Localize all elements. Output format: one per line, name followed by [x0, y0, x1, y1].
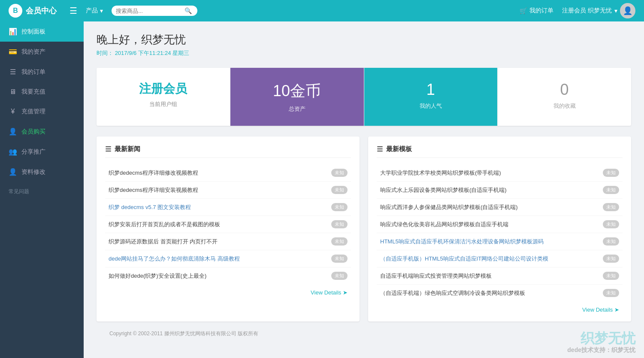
- products-arrow: ▾: [100, 7, 103, 14]
- news-badge: 未知: [331, 169, 348, 177]
- topnav-right: 🛒 我的订单 注册会员 织梦无忧 ▾ 👤: [520, 3, 635, 18]
- list-item: 织梦源码还原数据后 首页能打开 内页打不开 未知: [105, 233, 351, 250]
- template-badge: 未知: [603, 237, 619, 246]
- view-details-arrow: ➤: [614, 306, 619, 313]
- list-item: 响应式西洋参人参保健品类网站织梦模板(自适应手机端) 未知: [377, 199, 623, 216]
- template-item-text: 响应式西洋参人参保健品类网站织梦模板(自适应手机端): [380, 203, 599, 211]
- sidebar-item-member-buy[interactable]: 👤 会员购买: [0, 121, 84, 142]
- view-details-arrow: ➤: [343, 289, 348, 296]
- template-item-text: HTML5响应式自适应手机环保清洁污水处理设备网站织梦模板源码: [380, 238, 599, 246]
- sidebar-item-share[interactable]: 👥 分享推广: [0, 142, 84, 162]
- list-item: 织梦 dedecms v5.7 图文安装教程 未知: [105, 199, 351, 216]
- news-item-text: dede网站挂马了怎么办？如何彻底清除木马 高级教程: [109, 255, 327, 263]
- sidebar-item-label: 会员购买: [21, 128, 45, 136]
- list-item: 响应式水上乐园设备类网站织梦模板(自适应手机端) 未知: [377, 182, 623, 199]
- time-label: 时间：: [97, 50, 113, 56]
- stats-row: 注册会员 当前用户组 10金币 总资产 1 我的人气 0 我的收藏: [97, 68, 631, 126]
- list-item: 织梦安装后打开首页乱的或者不是截图的模板 未知: [105, 216, 351, 233]
- layout: 📊 控制面板 💳 我的资产 ☰ 我的订单 🖥 我要充值 ¥ 充值管理 👤 会员购…: [0, 21, 644, 358]
- cart-icon: 🛒: [520, 7, 527, 14]
- template-item-text: 响应式水上乐园设备类网站织梦模板(自适应手机端): [380, 186, 599, 194]
- sidebar-item-profile[interactable]: 👤 资料修改: [0, 162, 84, 182]
- greeting-time: 时间： 2017/9/6 下午11:21:24 星期三: [97, 49, 631, 57]
- user-dropdown[interactable]: 注册会员 织梦无忧 ▾ 👤: [562, 3, 635, 18]
- panels-row: ☰ 最新新闻 织梦dedecms程序详细修改视频教程 未知 织梦dedecms程…: [97, 137, 631, 322]
- sidebar-item-label: 充值管理: [21, 108, 45, 115]
- template-badge: 未知: [603, 255, 619, 263]
- profile-icon: 👤: [9, 168, 17, 176]
- templates-title-icon: ☰: [377, 145, 383, 153]
- stat-favorites-value: 0: [506, 81, 623, 99]
- footer: Copyright © 2002-2011 滕州织梦无忧网络科技有限公司 版权所…: [97, 322, 631, 346]
- list-item: 织梦dedecms程序详细安装视频教程 未知: [105, 182, 351, 199]
- member-buy-icon: 👤: [9, 127, 17, 136]
- recharge-icon: 🖥: [9, 88, 17, 96]
- news-item-text: 织梦安装后打开首页乱的或者不是截图的模板: [109, 221, 327, 228]
- time-value: 2017/9/6 下午11:21:24 星期三: [115, 50, 189, 56]
- template-badge: 未知: [603, 220, 619, 228]
- logo: B 会员中心: [9, 4, 57, 18]
- stat-popularity-label: 我的人气: [373, 102, 489, 110]
- template-badge: 未知: [603, 289, 619, 297]
- products-dropdown[interactable]: 产品 ▾: [86, 7, 103, 15]
- view-details-text: View Details: [582, 306, 613, 313]
- sidebar-item-dashboard[interactable]: 📊 控制面板: [0, 21, 84, 42]
- avatar: 👤: [620, 3, 635, 18]
- list-item: 如何做好dede(织梦)安全设置(史上最全) 未知: [105, 267, 351, 284]
- dashboard-icon: 📊: [9, 27, 17, 36]
- template-link[interactable]: HTML5响应式自适应手机环保清洁污水处理设备网站织梦模板源码: [380, 238, 544, 245]
- news-badge: 未知: [331, 186, 348, 194]
- logo-circle: B: [9, 4, 22, 18]
- stat-popularity: 1 我的人气: [364, 68, 498, 126]
- templates-panel: ☰ 最新模板 大学职业学院技术学校类网站织梦模板(带手机端) 未知 响应式水上乐…: [368, 137, 631, 322]
- news-view-details[interactable]: View Details ➤: [105, 284, 351, 296]
- orders-link[interactable]: 🛒 我的订单: [520, 7, 553, 15]
- stat-register-sub: 当前用户组: [105, 100, 221, 108]
- search-icon[interactable]: 🔍: [184, 7, 192, 14]
- news-link[interactable]: 织梦 dedecms v5.7 图文安装教程: [109, 204, 191, 210]
- stat-gold-value: 10金币: [239, 81, 355, 102]
- news-badge: 未知: [331, 272, 348, 280]
- list-item: （自适应手机版）HTML5响应式自适应IT网络公司建站公司设计类模 未知: [377, 250, 623, 267]
- news-panel-title: ☰ 最新新闻: [105, 145, 351, 158]
- user-arrow: ▾: [614, 7, 617, 14]
- search-bar: 🔍: [112, 6, 197, 16]
- template-badge: 未知: [603, 272, 619, 280]
- template-link[interactable]: （自适应手机版）HTML5响应式自适应IT网络公司建站公司设计类模: [380, 255, 548, 262]
- products-label: 产品: [86, 7, 98, 15]
- sidebar-item-label: 我的订单: [21, 68, 45, 76]
- search-input[interactable]: [116, 8, 184, 14]
- news-list: 织梦dedecms程序详细修改视频教程 未知 织梦dedecms程序详细安装视频…: [105, 164, 351, 284]
- stat-gold: 10金币 总资产: [230, 68, 364, 126]
- list-item: 响应式绿色化妆美容礼品网站织梦模板自适应手机端 未知: [377, 216, 623, 233]
- sidebar-item-recharge-mgmt[interactable]: ¥ 充值管理: [0, 102, 84, 121]
- main-content: 晚上好，织梦无忧 时间： 2017/9/6 下午11:21:24 星期三 注册会…: [84, 21, 644, 358]
- site-title: 会员中心: [26, 6, 57, 16]
- template-badge: 未知: [603, 186, 619, 194]
- templates-list: 大学职业学院技术学校类网站织梦模板(带手机端) 未知 响应式水上乐园设备类网站织…: [377, 164, 623, 301]
- template-item-text: （自适应手机端）绿色响应式空调制冷设备类网站织梦模板: [380, 289, 599, 297]
- template-item-text: 响应式绿色化妆美容礼品网站织梦模板自适应手机端: [380, 221, 599, 228]
- user-label: 注册会员 织梦无忧: [562, 7, 612, 15]
- news-link[interactable]: dede网站挂马了怎么办？如何彻底清除木马 高级教程: [109, 255, 240, 262]
- news-item-text: 织梦dedecms程序详细修改视频教程: [109, 169, 327, 177]
- news-panel: ☰ 最新新闻 织梦dedecms程序详细修改视频教程 未知 织梦dedecms程…: [97, 137, 360, 322]
- list-item: HTML5响应式自适应手机环保清洁污水处理设备网站织梦模板源码 未知: [377, 233, 623, 250]
- stat-register: 注册会员 当前用户组: [97, 68, 230, 126]
- sidebar-item-recharge[interactable]: 🖥 我要充值: [0, 82, 84, 102]
- sidebar-item-orders[interactable]: ☰ 我的订单: [0, 62, 84, 82]
- news-badge: 未知: [331, 237, 348, 246]
- stat-favorites: 0 我的收藏: [498, 68, 631, 126]
- recharge-mgmt-icon: ¥: [9, 108, 17, 115]
- sidebar-item-label: 我的资产: [21, 48, 45, 56]
- templates-view-details[interactable]: View Details ➤: [377, 301, 623, 313]
- news-item-text: 织梦dedecms程序详细安装视频教程: [109, 186, 327, 194]
- view-details-text: View Details: [311, 289, 341, 296]
- list-item: 大学职业学院技术学校类网站织梦模板(带手机端) 未知: [377, 164, 623, 182]
- news-title-icon: ☰: [105, 145, 111, 153]
- menu-icon[interactable]: ☰: [70, 6, 77, 16]
- sidebar-item-assets[interactable]: 💳 我的资产: [0, 42, 84, 62]
- news-badge: 未知: [331, 203, 348, 211]
- news-title-text: 最新新闻: [115, 145, 140, 153]
- sidebar: 📊 控制面板 💳 我的资产 ☰ 我的订单 🖥 我要充值 ¥ 充值管理 👤 会员购…: [0, 21, 84, 358]
